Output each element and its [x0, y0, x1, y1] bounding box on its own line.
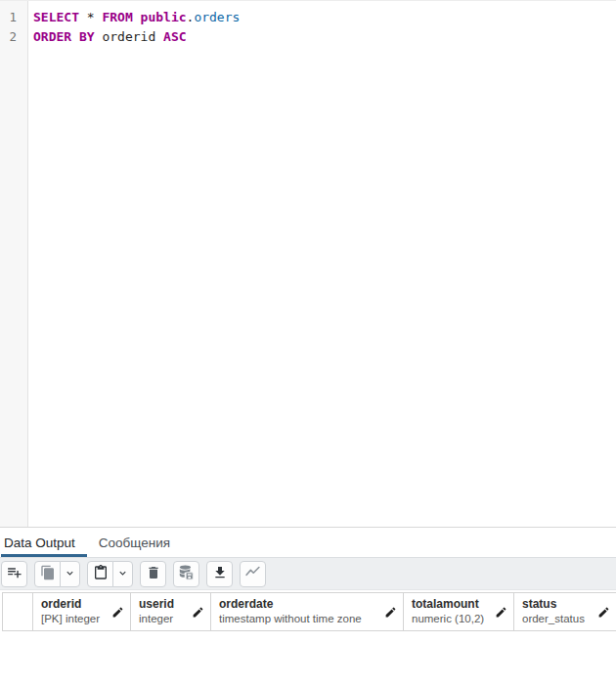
graph-visualiser-button[interactable]	[240, 561, 266, 587]
tab-data-output[interactable]: Data Output	[1, 528, 87, 557]
edit-pencil-icon[interactable]	[379, 606, 397, 619]
sql-token: public	[141, 10, 187, 24]
sql-code-area[interactable]: SELECT * FROM public.orders ORDER BY ord…	[28, 1, 616, 527]
sql-token: FROM	[102, 10, 132, 24]
line-chart-icon	[244, 564, 261, 583]
results-grid: orderid [PK] integer userid integer	[0, 592, 616, 686]
sql-token: orders	[194, 10, 240, 24]
column-header-totalamount[interactable]: totalamount numeric (10,2)	[404, 593, 514, 630]
column-header-orderdate[interactable]: orderdate timestamp without time zone	[211, 593, 404, 630]
column-type: numeric (10,2)	[412, 612, 484, 626]
data-output-toolbar	[0, 558, 616, 590]
line-number: 2	[0, 27, 27, 47]
sql-line-1: SELECT * FROM public.orders	[33, 8, 616, 27]
download-csv-button[interactable]	[206, 561, 233, 587]
edit-pencil-icon[interactable]	[107, 606, 124, 619]
sql-editor: 1 2 SELECT * FROM public.orders ORDER BY…	[0, 0, 616, 528]
sql-token: ORDER BY	[33, 29, 95, 44]
sql-line-2: ORDER BY orderid ASC	[33, 27, 616, 47]
column-name: orderid	[41, 597, 100, 612]
chevron-down-icon	[117, 567, 128, 581]
query-tool-window: 1 2 SELECT * FROM public.orders ORDER BY…	[0, 0, 616, 686]
column-type: integer	[139, 612, 174, 626]
column-header-status[interactable]: status order_status	[514, 593, 616, 630]
edit-pencil-icon[interactable]	[593, 606, 610, 619]
line-number-gutter: 1 2	[0, 1, 28, 527]
column-type: [PK] integer	[41, 612, 100, 626]
edit-pencil-icon[interactable]	[490, 606, 507, 619]
paste-button-group	[87, 561, 133, 587]
tab-data-output-label: Data Output	[4, 536, 75, 550]
save-data-changes-button[interactable]	[173, 561, 199, 587]
sql-token: orderid	[95, 29, 163, 44]
database-save-icon	[178, 564, 195, 583]
sql-token	[133, 10, 141, 24]
line-number: 1	[0, 8, 27, 27]
results-tabbar: Data Output Сообщения	[0, 528, 616, 558]
sql-token: SELECT	[33, 10, 79, 24]
grid-header-row: orderid [PK] integer userid integer	[2, 592, 616, 631]
column-header-userid[interactable]: userid integer	[131, 593, 211, 630]
column-header-orderid[interactable]: orderid [PK] integer	[33, 593, 131, 630]
column-type: timestamp without time zone	[219, 612, 362, 626]
add-row-icon	[6, 564, 22, 583]
column-name: orderdate	[219, 597, 362, 612]
column-name: totalamount	[412, 597, 484, 612]
sql-token: *	[79, 10, 102, 24]
copy-icon	[40, 565, 56, 583]
download-icon	[212, 565, 228, 583]
trash-icon	[146, 565, 161, 583]
row-number-header-cell[interactable]	[3, 593, 33, 630]
sql-token: ASC	[163, 29, 186, 44]
edit-pencil-icon[interactable]	[187, 606, 204, 619]
copy-button-group	[34, 561, 80, 587]
paste-icon	[93, 565, 109, 583]
paste-button[interactable]	[87, 561, 113, 587]
add-row-button[interactable]	[1, 561, 27, 587]
delete-row-button[interactable]	[140, 561, 166, 587]
paste-options-button[interactable]	[112, 561, 133, 587]
tab-messages[interactable]: Сообщения	[87, 528, 182, 557]
column-name: status	[522, 597, 585, 612]
column-name: userid	[139, 597, 174, 612]
copy-options-button[interactable]	[60, 561, 80, 587]
column-type: order_status	[522, 612, 585, 626]
copy-button[interactable]	[34, 561, 61, 587]
grid-body-empty[interactable]	[0, 631, 616, 686]
chevron-down-icon	[65, 567, 75, 581]
tab-messages-label: Сообщения	[99, 536, 170, 550]
